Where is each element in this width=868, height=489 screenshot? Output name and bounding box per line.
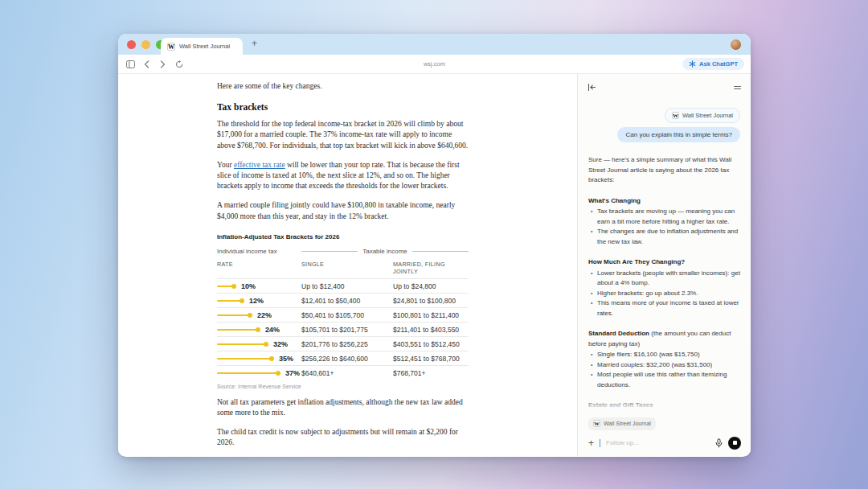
wsj-favicon-icon: W [593,420,600,427]
sidebar-toggle-icon[interactable] [126,60,135,68]
browser-toolbar: wsj.com Ask ChatGPT [118,55,751,74]
new-tab-button[interactable]: + [252,38,257,49]
reply-bullet: This means more of your income is taxed … [588,298,740,318]
attach-button[interactable]: + [588,438,594,449]
rate-bar [217,372,279,375]
minimize-window-button[interactable] [141,40,150,49]
tab-wall-street-journal[interactable]: W Wall Street Journal [161,38,243,55]
window-controls [127,40,165,49]
reload-button-icon[interactable] [174,60,183,68]
reply-bullet: Most people will use this rather than it… [588,370,740,390]
composer-context-chip[interactable]: W Wall Street Journal [588,417,656,430]
browser-window: W Wall Street Journal + wsj.com Ask Chat… [118,34,751,457]
reply-section: How Much Are They Changing? Lower bracke… [588,257,740,318]
article-paragraph: A married couple filing jointly could ha… [217,200,469,221]
article-heading-tax-brackets: Tax brackets [217,102,469,112]
page-context-chip[interactable]: W Wall Street Journal [665,108,740,123]
column-header-single: SINGLE [301,258,393,278]
article-paragraph: The threshold for the top federal income… [217,119,469,151]
effective-tax-rate-link[interactable]: effective tax rate [234,161,285,169]
reply-bullet: The changes are due to inflation adjustm… [588,227,740,247]
profile-avatar[interactable] [731,39,741,50]
reply-bullet: Higher brackets: go up about 2.3%. [588,289,740,299]
article-paragraph: Not all tax parameters get inflation adj… [217,397,469,418]
rate-bar [217,314,251,317]
table-subheader-right: Taxable income [301,246,469,258]
tab-title: Wall Street Journal [179,43,230,50]
reply-section: Standard Deduction (the amount you can d… [588,329,740,390]
back-button-icon[interactable] [142,60,151,68]
assistant-message: Sure — here's a simple summary of what t… [588,155,740,409]
wsj-favicon-icon: W [167,43,175,51]
table-source: Source: Internal Revenue Service [217,384,469,389]
article-paragraph: Here are some of the key changes. [217,81,469,92]
chatgpt-sidebar: W Wall Street Journal Can you explain th… [577,74,751,456]
sidebar-menu-icon[interactable] [734,86,741,90]
collapse-sidebar-icon[interactable] [588,80,596,95]
column-header-rate: RATE [217,258,301,278]
article-paragraph: The child tax credit is now subject to a… [217,427,469,448]
table-subheader-left: Individual income tax [217,246,301,258]
chat-composer: W Wall Street Journal + [579,409,751,456]
wsj-favicon-icon: W [672,112,679,119]
reply-bullet: Married couples: $32,200 (was $31,500) [588,360,740,371]
forward-button-icon[interactable] [158,60,167,68]
column-header-married: MARRIED, FILING JOINTLY [393,258,469,278]
rate-bar [217,358,272,360]
stop-button[interactable] [728,437,741,450]
ask-chatgpt-button[interactable]: Ask ChatGPT [682,58,744,70]
tax-brackets-table: Inflation-Adjusted Tax Brackets for 2026… [217,233,469,389]
reply-section: What's Changing Tax brackets are moving … [588,196,740,248]
tab-strip: W Wall Street Journal + [118,34,751,55]
rate-bar [217,329,259,331]
article-paragraph: Your effective tax rate will be lower th… [217,160,469,192]
reply-section: Estate and Gift Taxes Estate tax exclusi… [588,401,740,409]
microphone-icon[interactable] [715,438,723,448]
chatgpt-logo-icon [689,60,696,68]
rate-bar [217,286,235,288]
reply-bullet: Tax brackets are moving up — meaning you… [588,207,740,227]
close-window-button[interactable] [127,40,136,49]
reply-bullet: Lower brackets (people with smaller inco… [588,269,740,289]
follow-up-input[interactable] [606,439,710,446]
user-message-bubble: Can you explain this in simple terms? [617,127,740,142]
reply-intro: Sure — here's a simple summary of what t… [588,155,740,186]
text-caret [600,439,600,447]
table-title: Inflation-Adjusted Tax Brackets for 2026 [217,233,469,240]
webpage-content: Here are some of the key changes. Tax br… [118,74,577,456]
chat-thread: W Wall Street Journal Can you explain th… [578,95,751,409]
reply-bullet: Single filers: $16,100 (was $15,750) [588,350,740,360]
rate-bar [217,300,243,302]
rate-bar [217,343,267,346]
url-address[interactable]: wsj.com [118,60,751,68]
